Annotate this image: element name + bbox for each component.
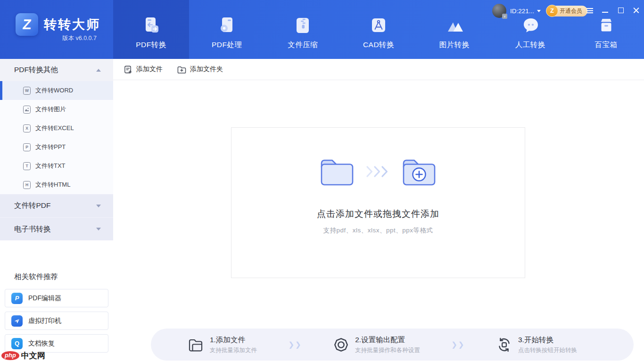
sidebar-group-pdf-other[interactable]: PDF转换其他	[0, 59, 113, 81]
html-file-icon: H	[23, 181, 31, 189]
item-label: 文件转HTML	[35, 181, 70, 189]
chat-bubble-icon	[520, 15, 541, 36]
tab-cad-convert[interactable]: CAD转换	[341, 0, 417, 59]
convert-refresh-icon	[496, 337, 512, 353]
doc-recovery-icon: Q	[11, 338, 23, 349]
sidebar-group-to-pdf[interactable]: 文件转PDF	[0, 194, 113, 217]
watermark: php 中文网	[1, 350, 45, 361]
menu-button[interactable]	[586, 6, 594, 15]
app-label: PDF编辑器	[28, 294, 61, 303]
item-label: 文件转EXCEL	[35, 124, 74, 132]
app-logo-icon: Z	[16, 13, 38, 36]
tab-label: PDF处理	[212, 40, 242, 50]
brand: Z 转转大师 版本 v6.0.0.7	[0, 0, 113, 59]
step-desc: 支持批量操作和各种设置	[355, 346, 420, 354]
folder-outline-icon	[188, 337, 204, 352]
logo-letter: Z	[22, 17, 32, 32]
user-group: v ID:221... Z 开通会员	[492, 4, 587, 18]
php-logo: php	[1, 351, 19, 360]
chevron-down-icon	[96, 228, 101, 230]
main-content: 点击添加文件或拖拽文件添加 支持pdf、xls、xlsx、ppt、ppx等格式 …	[113, 80, 644, 362]
tab-pdf-process[interactable]: PDF处理	[189, 0, 265, 59]
pdf-convert-icon	[140, 15, 161, 36]
tab-label: CAD转换	[363, 40, 394, 50]
add-file-label: 添加文件	[136, 65, 163, 74]
sidebar-item-to-txt[interactable]: T 文件转TXT	[0, 156, 113, 175]
tab-pdf-convert[interactable]: PDF转换	[113, 0, 189, 59]
add-file-button[interactable]: 添加文件	[124, 65, 163, 74]
tab-label: 图片转换	[439, 40, 470, 50]
image-file-icon	[23, 106, 31, 114]
app-version: 版本 v6.0.0.7	[62, 34, 97, 42]
step-title: 3.开始转换	[518, 335, 577, 345]
dropzone[interactable]: 点击添加文件或拖拽文件添加 支持pdf、xls、xlsx、ppt、ppx等格式	[231, 127, 525, 278]
sidebar-item-list: W 文件转WORD 文件转图片 X 文件转EXCEL P 文件转PPT T 文件…	[0, 81, 113, 194]
vip-label: 开通会员	[560, 7, 582, 15]
add-folder-button[interactable]: 添加文件夹	[177, 65, 223, 74]
header: Z 转转大师 版本 v6.0.0.7 PDF转换	[0, 0, 644, 59]
chevrons-right-icon	[365, 165, 391, 178]
compress-icon	[292, 15, 313, 36]
word-file-icon: W	[23, 87, 31, 95]
tab-image-convert[interactable]: 图片转换	[416, 0, 492, 59]
sidebar-item-to-excel[interactable]: X 文件转EXCEL	[0, 119, 113, 138]
tab-file-compress[interactable]: 文件压缩	[265, 0, 341, 59]
add-folder-icon	[177, 65, 186, 74]
sidebar-item-to-html[interactable]: H 文件转HTML	[0, 175, 113, 194]
txt-file-icon: T	[23, 162, 31, 170]
ppt-file-icon: P	[23, 143, 31, 151]
step-desc: 支持批量添加文件	[210, 346, 257, 354]
toolbar: 添加文件 添加文件夹	[113, 59, 644, 80]
tab-label: 人工转换	[515, 40, 545, 50]
toolbox-icon	[596, 15, 617, 36]
recommend-title: 相关软件推荐	[0, 272, 113, 282]
sidebar-item-to-image[interactable]: 文件转图片	[0, 100, 113, 119]
add-folder-plus-icon	[399, 156, 439, 187]
app-window: Z 转转大师 版本 v6.0.0.7 PDF转换	[0, 0, 644, 362]
pdf-process-icon	[216, 15, 237, 36]
minimize-button[interactable]	[601, 6, 610, 15]
step-convert: 3.开始转换 点击转换按钮开始转换	[496, 335, 577, 354]
tab-label: 百宝箱	[595, 40, 618, 50]
step-title: 1.添加文件	[210, 335, 257, 345]
image-convert-icon	[444, 15, 465, 36]
close-button[interactable]	[632, 6, 641, 15]
step-desc: 点击转换按钮开始转换	[518, 346, 577, 354]
add-file-icon	[124, 65, 132, 74]
vip-upgrade-button[interactable]: Z 开通会员	[547, 6, 587, 16]
watermark-text: 中文网	[21, 350, 45, 361]
step-add-file: 1.添加文件 支持批量添加文件	[188, 335, 257, 354]
avatar[interactable]: v	[492, 4, 506, 18]
recommend-pdf-editor[interactable]: P PDF编辑器	[5, 289, 108, 307]
step-title: 2.设置输出配置	[355, 335, 420, 345]
recommend-section: 相关软件推荐 P PDF编辑器 虚拟打印机 Q 文档恢复	[0, 272, 113, 357]
sidebar-group-ebook[interactable]: 电子书转换	[0, 217, 113, 240]
item-label: 文件转TXT	[35, 162, 66, 170]
maximize-button[interactable]	[617, 6, 625, 15]
chevron-down-icon[interactable]	[537, 10, 541, 12]
app-label: 虚拟打印机	[28, 317, 61, 325]
folder-icon	[317, 156, 357, 187]
avatar-badge: v	[502, 14, 507, 19]
pdf-editor-icon: P	[11, 293, 23, 304]
sidebar-item-to-word[interactable]: W 文件转WORD	[0, 81, 113, 100]
virtual-printer-icon	[11, 315, 23, 327]
sidebar-item-to-ppt[interactable]: P 文件转PPT	[0, 138, 113, 156]
step-configure: 2.设置输出配置 支持批量操作和各种设置	[333, 335, 420, 354]
item-label: 文件转图片	[35, 105, 66, 114]
chevrons-right-icon: ❯❯	[289, 340, 302, 349]
app-label: 文档恢复	[28, 339, 55, 348]
user-id[interactable]: ID:221...	[510, 8, 534, 15]
group-label: 文件转PDF	[14, 201, 51, 211]
tab-label: PDF转换	[136, 40, 166, 50]
dropzone-title: 点击添加文件或拖拽文件添加	[317, 208, 439, 220]
vip-z-icon: Z	[546, 5, 558, 17]
excel-file-icon: X	[23, 124, 31, 132]
app-title: 转转大师	[44, 16, 100, 33]
recommend-virtual-printer[interactable]: 虚拟打印机	[5, 312, 108, 330]
add-folder-label: 添加文件夹	[190, 65, 223, 74]
group-label: 电子书转换	[14, 224, 51, 234]
settings-nut-icon	[333, 337, 349, 353]
chevron-up-icon	[96, 69, 101, 72]
hamburger-icon	[586, 8, 593, 9]
